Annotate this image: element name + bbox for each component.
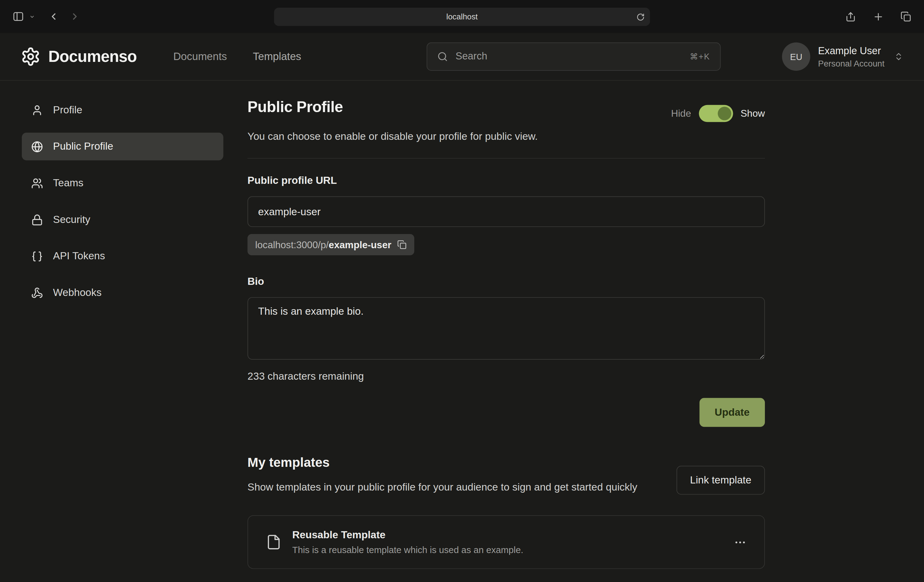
- address-bar[interactable]: localhost: [274, 8, 650, 26]
- ellipsis-icon: [734, 536, 747, 549]
- characters-remaining: 233 characters remaining: [248, 370, 765, 382]
- profile-url-chip: localhost:3000/p/example-user: [248, 234, 414, 255]
- sidebar-menu-chevron-icon[interactable]: [30, 14, 35, 19]
- toggle-hide-label: Hide: [671, 108, 691, 119]
- tabs-icon: [900, 11, 911, 22]
- user-icon: [31, 104, 43, 116]
- copy-url-button[interactable]: [398, 240, 407, 250]
- user-account-type: Personal Account: [818, 58, 884, 68]
- globe-icon: [31, 141, 43, 152]
- sidebar-toggle-button[interactable]: [10, 8, 27, 25]
- sidebar-item-api-tokens[interactable]: API Tokens: [22, 242, 223, 270]
- user-info: Example User Personal Account: [818, 45, 884, 68]
- nav-templates[interactable]: Templates: [253, 51, 301, 63]
- file-icon: [266, 534, 282, 550]
- address-bar-url: localhost: [446, 12, 478, 21]
- update-button[interactable]: Update: [699, 398, 765, 427]
- template-info: Reusable Template This is a reusable tem…: [292, 529, 523, 555]
- search-placeholder: Search: [455, 51, 487, 63]
- visibility-toggle-group: Hide Show: [671, 105, 765, 122]
- chevron-left-icon: [48, 11, 59, 21]
- screen: localhost Documenso Documents Templates: [0, 0, 924, 582]
- sidebar-item-webhooks[interactable]: Webhooks: [22, 279, 223, 307]
- toggle-knob: [718, 107, 731, 121]
- sidebar-item-profile[interactable]: Profile: [22, 96, 223, 124]
- page-title: Public Profile: [248, 98, 343, 116]
- browser-chrome: localhost: [0, 0, 924, 33]
- forward-button[interactable]: [66, 8, 83, 25]
- profile-visibility-toggle[interactable]: [699, 105, 733, 122]
- user-menu[interactable]: EU Example User Personal Account: [782, 43, 903, 71]
- app-header: Documenso Documents Templates Search ⌘+K…: [0, 33, 924, 81]
- user-name: Example User: [818, 45, 884, 57]
- users-icon: [31, 177, 43, 189]
- new-tab-button[interactable]: [870, 8, 887, 25]
- avatar-initials: EU: [790, 52, 802, 62]
- app-body: Profile Public Profile Teams Security AP…: [0, 81, 924, 582]
- page-subtitle: You can choose to enable or disable your…: [248, 130, 765, 142]
- brand-name: Documenso: [48, 48, 137, 66]
- public-profile-url-label: Public profile URL: [248, 175, 765, 187]
- template-name: Reusable Template: [292, 529, 523, 541]
- profile-url-text: localhost:3000/p/example-user: [255, 239, 391, 250]
- search-icon: [437, 51, 448, 62]
- template-actions-button[interactable]: [734, 536, 747, 549]
- braces-icon: [31, 250, 43, 262]
- documenso-logo-icon: [21, 46, 41, 66]
- my-templates-section: My templates Show templates in your publ…: [248, 455, 765, 582]
- my-templates-description: Show templates in your public profile fo…: [248, 479, 660, 496]
- sidebar-item-public-profile[interactable]: Public Profile: [22, 133, 223, 160]
- chevron-right-icon: [69, 11, 80, 21]
- settings-sidebar: Profile Public Profile Teams Security AP…: [0, 81, 248, 582]
- share-icon: [845, 11, 856, 22]
- chrome-right-controls: [842, 8, 914, 25]
- brand-logo[interactable]: Documenso: [21, 46, 137, 66]
- sidebar-item-label: Security: [53, 213, 90, 226]
- sidebar-item-label: Teams: [53, 177, 83, 189]
- back-button[interactable]: [45, 8, 62, 25]
- template-list-item: Reusable Template This is a reusable tem…: [248, 515, 765, 569]
- divider: [248, 158, 765, 159]
- sidebar-item-label: Webhooks: [53, 286, 102, 299]
- toggle-show-label: Show: [741, 108, 765, 119]
- main-nav: Documents Templates: [173, 51, 301, 63]
- bio-label: Bio: [248, 275, 765, 288]
- lock-icon: [31, 214, 43, 225]
- sidebar-item-teams[interactable]: Teams: [22, 169, 223, 197]
- public-profile-url-input[interactable]: [248, 197, 765, 227]
- plus-icon: [873, 11, 884, 22]
- refresh-icon: [637, 13, 645, 21]
- avatar: EU: [782, 43, 810, 71]
- bio-textarea[interactable]: This is an example bio.: [248, 297, 765, 360]
- refresh-button[interactable]: [637, 13, 645, 21]
- sidebar-item-label: API Tokens: [53, 250, 105, 262]
- template-description: This is a reusable template which is use…: [292, 545, 523, 555]
- chrome-left-controls: [10, 8, 83, 25]
- sidebar-item-security[interactable]: Security: [22, 206, 223, 233]
- sidebar-icon: [12, 10, 24, 22]
- webhook-icon: [31, 287, 43, 298]
- public-profile-settings: Public Profile Hide Show You can choose …: [248, 81, 765, 582]
- sidebar-item-label: Profile: [53, 104, 82, 116]
- tab-overview-button[interactable]: [898, 8, 915, 25]
- sidebar-item-label: Public Profile: [53, 141, 113, 153]
- search-shortcut-hint: ⌘+K: [690, 52, 710, 61]
- search-input[interactable]: Search ⌘+K: [427, 43, 721, 71]
- share-button[interactable]: [842, 8, 860, 25]
- link-template-button[interactable]: Link template: [676, 466, 765, 494]
- copy-icon: [398, 240, 407, 250]
- chevrons-up-down-icon: [894, 52, 903, 61]
- nav-documents[interactable]: Documents: [173, 51, 227, 63]
